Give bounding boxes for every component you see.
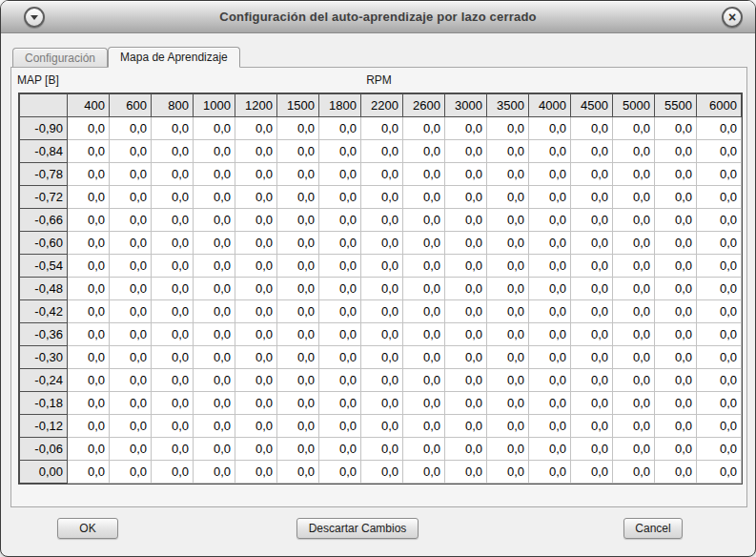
map-cell[interactable]: 0,0 xyxy=(361,415,403,438)
map-cell[interactable]: 0,0 xyxy=(194,232,235,255)
map-cell[interactable]: 0,0 xyxy=(68,117,110,140)
map-cell[interactable]: 0,0 xyxy=(571,186,613,209)
map-cell[interactable]: 0,0 xyxy=(152,346,194,369)
map-cell[interactable]: 0,0 xyxy=(571,346,613,369)
map-cell[interactable]: 0,0 xyxy=(571,392,613,415)
map-cell[interactable]: 0,0 xyxy=(68,461,110,484)
map-cell[interactable]: 0,0 xyxy=(613,415,655,438)
map-cell[interactable]: 0,0 xyxy=(403,255,445,278)
map-cell[interactable]: 0,0 xyxy=(613,186,655,209)
map-cell[interactable]: 0,0 xyxy=(110,461,152,484)
map-cell[interactable]: 0,0 xyxy=(613,209,655,232)
map-cell[interactable]: 0,0 xyxy=(403,415,445,438)
map-cell[interactable]: 0,0 xyxy=(152,461,194,484)
map-cell[interactable]: 0,0 xyxy=(277,323,319,346)
map-cell[interactable]: 0,0 xyxy=(445,323,487,346)
map-cell[interactable]: 0,0 xyxy=(110,300,152,323)
map-cell[interactable]: 0,0 xyxy=(613,323,655,346)
map-cell[interactable]: 0,0 xyxy=(529,278,571,300)
map-cell[interactable]: 0,0 xyxy=(152,278,194,300)
map-cell[interactable]: 0,0 xyxy=(697,278,742,300)
tab-configuracion[interactable]: Configuración xyxy=(12,48,108,67)
map-cell[interactable]: 0,0 xyxy=(361,186,403,209)
close-button[interactable]: × xyxy=(722,7,743,28)
map-cell[interactable]: 0,0 xyxy=(529,392,571,415)
map-cell[interactable]: 0,0 xyxy=(68,186,110,209)
map-cell[interactable]: 0,0 xyxy=(487,140,529,163)
map-cell[interactable]: 0,0 xyxy=(68,438,110,461)
map-cell[interactable]: 0,0 xyxy=(529,163,571,186)
map-cell[interactable]: 0,0 xyxy=(110,369,152,392)
map-cell[interactable]: 0,0 xyxy=(152,209,194,232)
map-cell[interactable]: 0,0 xyxy=(152,323,194,346)
map-cell[interactable]: 0,0 xyxy=(403,300,445,323)
map-cell[interactable]: 0,0 xyxy=(235,438,277,461)
map-cell[interactable]: 0,0 xyxy=(529,117,571,140)
map-cell[interactable]: 0,0 xyxy=(529,323,571,346)
map-cell[interactable]: 0,0 xyxy=(152,392,194,415)
map-cell[interactable]: 0,0 xyxy=(277,300,319,323)
map-cell[interactable]: 0,0 xyxy=(487,278,529,300)
map-cell[interactable]: 0,0 xyxy=(152,186,194,209)
map-cell[interactable]: 0,0 xyxy=(68,369,110,392)
map-cell[interactable]: 0,0 xyxy=(613,255,655,278)
map-cell[interactable]: 0,0 xyxy=(194,300,235,323)
map-cell[interactable]: 0,0 xyxy=(235,255,277,278)
map-cell[interactable]: 0,0 xyxy=(194,461,235,484)
map-cell[interactable]: 0,0 xyxy=(277,438,319,461)
map-cell[interactable]: 0,0 xyxy=(613,278,655,300)
map-cell[interactable]: 0,0 xyxy=(529,369,571,392)
map-cell[interactable]: 0,0 xyxy=(277,392,319,415)
map-cell[interactable]: 0,0 xyxy=(571,232,613,255)
map-cell[interactable]: 0,0 xyxy=(529,415,571,438)
map-cell[interactable]: 0,0 xyxy=(110,255,152,278)
map-cell[interactable]: 0,0 xyxy=(319,323,361,346)
map-cell[interactable]: 0,0 xyxy=(697,300,742,323)
map-cell[interactable]: 0,0 xyxy=(277,163,319,186)
map-cell[interactable]: 0,0 xyxy=(697,415,742,438)
map-cell[interactable]: 0,0 xyxy=(235,369,277,392)
map-cell[interactable]: 0,0 xyxy=(697,346,742,369)
map-cell[interactable]: 0,0 xyxy=(194,278,235,300)
map-cell[interactable]: 0,0 xyxy=(571,163,613,186)
map-cell[interactable]: 0,0 xyxy=(319,209,361,232)
map-cell[interactable]: 0,0 xyxy=(319,461,361,484)
map-cell[interactable]: 0,0 xyxy=(235,117,277,140)
map-cell[interactable]: 0,0 xyxy=(152,300,194,323)
map-cell[interactable]: 0,0 xyxy=(403,323,445,346)
map-cell[interactable]: 0,0 xyxy=(235,140,277,163)
map-cell[interactable]: 0,0 xyxy=(235,323,277,346)
map-cell[interactable]: 0,0 xyxy=(68,346,110,369)
map-cell[interactable]: 0,0 xyxy=(487,209,529,232)
map-cell[interactable]: 0,0 xyxy=(445,392,487,415)
cancel-button[interactable]: Cancel xyxy=(623,518,683,539)
map-cell[interactable]: 0,0 xyxy=(487,438,529,461)
map-cell[interactable]: 0,0 xyxy=(319,278,361,300)
map-cell[interactable]: 0,0 xyxy=(655,232,697,255)
map-cell[interactable]: 0,0 xyxy=(403,278,445,300)
map-cell[interactable]: 0,0 xyxy=(110,415,152,438)
map-cell[interactable]: 0,0 xyxy=(487,415,529,438)
map-cell[interactable]: 0,0 xyxy=(571,369,613,392)
map-cell[interactable]: 0,0 xyxy=(361,323,403,346)
window-menu-button[interactable] xyxy=(24,7,45,28)
map-cell[interactable]: 0,0 xyxy=(68,415,110,438)
map-cell[interactable]: 0,0 xyxy=(110,117,152,140)
map-cell[interactable]: 0,0 xyxy=(613,117,655,140)
map-cell[interactable]: 0,0 xyxy=(403,209,445,232)
map-cell[interactable]: 0,0 xyxy=(361,369,403,392)
map-cell[interactable]: 0,0 xyxy=(319,232,361,255)
map-cell[interactable]: 0,0 xyxy=(152,438,194,461)
map-cell[interactable]: 0,0 xyxy=(194,392,235,415)
map-cell[interactable]: 0,0 xyxy=(68,232,110,255)
map-cell[interactable]: 0,0 xyxy=(697,117,742,140)
map-cell[interactable]: 0,0 xyxy=(194,255,235,278)
map-cell[interactable]: 0,0 xyxy=(403,438,445,461)
map-cell[interactable]: 0,0 xyxy=(194,415,235,438)
map-cell[interactable]: 0,0 xyxy=(655,300,697,323)
map-cell[interactable]: 0,0 xyxy=(529,255,571,278)
map-cell[interactable]: 0,0 xyxy=(445,415,487,438)
map-cell[interactable]: 0,0 xyxy=(277,186,319,209)
map-cell[interactable]: 0,0 xyxy=(277,461,319,484)
map-cell[interactable]: 0,0 xyxy=(445,255,487,278)
